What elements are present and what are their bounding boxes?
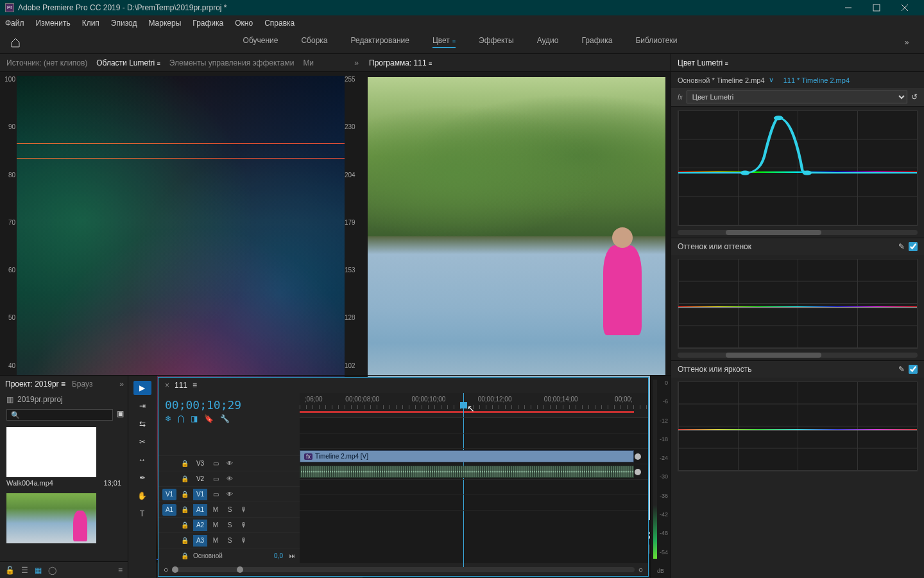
section-toggle-1[interactable]: [909, 242, 918, 251]
list-view-button[interactable]: ☰: [21, 566, 28, 575]
new-bin-icon[interactable]: ▣: [117, 409, 124, 421]
track-v2[interactable]: [300, 433, 648, 448]
workspace-graphics[interactable]: Графика: [582, 36, 613, 48]
track-header-a3[interactable]: 🔒A3MS🎙: [158, 532, 300, 548]
menu-window[interactable]: Окно: [235, 19, 253, 28]
track-header-v1[interactable]: V1🔒V1▭👁: [158, 486, 300, 502]
sequence-menu-icon[interactable]: ≡: [193, 381, 197, 390]
audio-clip[interactable]: [300, 466, 634, 478]
clip-thumbnail[interactable]: [6, 493, 96, 543]
track-a1[interactable]: [300, 464, 648, 479]
tab-lumetri-scopes[interactable]: Области Lumetri ≡: [96, 58, 160, 67]
timeline-timecode[interactable]: 00;00;10;29: [158, 393, 300, 413]
home-button[interactable]: [8, 35, 23, 50]
workspace-assembly[interactable]: Сборка: [301, 36, 327, 48]
clip-out-handle[interactable]: [635, 469, 641, 475]
reset-effect-icon[interactable]: ↺: [911, 92, 918, 101]
source-patch-v1[interactable]: V1: [162, 489, 176, 500]
project-menu-icon[interactable]: ≡: [118, 566, 123, 575]
sequence-name[interactable]: 111: [175, 381, 187, 390]
menu-edit[interactable]: Изменить: [36, 19, 71, 28]
tab-lumetri-color[interactable]: Цвет Lumetri ≡: [678, 58, 728, 67]
menu-file[interactable]: Файл: [5, 19, 24, 28]
tab-source[interactable]: Источник: (нет клипов): [6, 58, 87, 67]
tab-effect-controls[interactable]: Элементы управления эффектами: [169, 58, 295, 67]
lumetri-effect-select[interactable]: Цвет Lumetri: [687, 91, 907, 103]
tabs-expand-button[interactable]: »: [354, 58, 359, 67]
tag-icon[interactable]: 🔖: [204, 414, 214, 423]
razor-tool[interactable]: ✂: [133, 435, 151, 449]
link-icon[interactable]: ⋂: [178, 414, 184, 423]
project-search-input[interactable]: [6, 409, 113, 421]
project-item[interactable]: Walk004a.mp413;01: [6, 427, 121, 487]
section-toggle-2[interactable]: [909, 365, 918, 374]
close-button[interactable]: [891, 0, 919, 15]
zoom-in-handle[interactable]: ○: [638, 565, 643, 574]
freeform-view-button[interactable]: ◯: [48, 566, 56, 575]
workspace-color[interactable]: Цвет≡: [432, 36, 456, 48]
workspace-audio[interactable]: Аудио: [537, 36, 559, 48]
snap-icon[interactable]: ❄: [165, 414, 171, 423]
menu-sequence[interactable]: Эпизод: [111, 19, 137, 28]
track-header-v2[interactable]: 🔒V2▭👁: [158, 471, 300, 486]
zoom-out-handle[interactable]: ○: [164, 565, 168, 574]
selection-tool[interactable]: ▶: [133, 381, 151, 395]
track-header-a1[interactable]: A1🔒A1MS🎙: [158, 502, 300, 517]
track-header-v3[interactable]: 🔒V3▭👁: [158, 455, 300, 471]
track-header-a2[interactable]: 🔒A2MS🎙: [158, 517, 300, 532]
timeline-zoom-bar[interactable]: [172, 567, 635, 572]
track-master[interactable]: [300, 510, 648, 525]
source-patch-a1[interactable]: A1: [162, 504, 176, 516]
minimize-button[interactable]: [834, 0, 862, 15]
workspace-learn[interactable]: Обучение: [243, 36, 278, 48]
fx-badge-icon[interactable]: fx: [678, 94, 683, 101]
tab-extra[interactable]: Ми: [303, 58, 314, 67]
menu-clip[interactable]: Клип: [82, 19, 99, 28]
slip-tool[interactable]: ↔: [133, 453, 151, 467]
menu-markers[interactable]: Маркеры: [148, 19, 181, 28]
eyedropper-icon[interactable]: ✎: [898, 242, 905, 251]
track-header-master[interactable]: 🔒Основной0,0⏭: [158, 548, 300, 563]
track-a2[interactable]: [300, 479, 648, 495]
skip-icon[interactable]: ⏭: [289, 552, 296, 559]
close-sequence-icon[interactable]: ×: [165, 381, 169, 390]
section-hue-vs-luma[interactable]: Оттенок или яркость ✎: [671, 360, 924, 378]
tab-project[interactable]: Проект: 2019pr ≡: [5, 380, 65, 389]
section-hue-vs-hue[interactable]: Оттенок или оттенок ✎: [671, 238, 924, 255]
tab-program[interactable]: Программа: 111 ≡: [369, 58, 432, 67]
audio-meter[interactable]: 0-6-12-18-24-30-36-42-48-54 dB: [650, 376, 671, 578]
track-select-tool[interactable]: ⇥: [133, 399, 151, 413]
wrench-icon[interactable]: 🔧: [220, 414, 230, 423]
track-v3[interactable]: [300, 417, 648, 433]
marker-icon[interactable]: ◨: [191, 414, 198, 423]
project-item[interactable]: [6, 493, 121, 543]
type-tool[interactable]: T: [133, 507, 151, 521]
icon-view-button[interactable]: ▦: [35, 566, 42, 575]
timeline-ruler[interactable]: ;06;00 00;00;08;00 00;00;10;00 00;00;12;…: [300, 393, 648, 417]
pen-tool[interactable]: ✒: [133, 471, 151, 485]
menu-graphics[interactable]: Графика: [193, 19, 223, 28]
maximize-button[interactable]: [862, 0, 891, 15]
track-a3[interactable]: [300, 495, 648, 510]
video-clip[interactable]: fxTimeline 2.mp4 [V]: [300, 450, 634, 462]
hand-tool[interactable]: ✋: [133, 489, 151, 503]
eyedropper-icon-2[interactable]: ✎: [898, 365, 905, 374]
ripple-tool[interactable]: ⇆: [133, 417, 151, 431]
clip-out-handle[interactable]: [635, 453, 641, 460]
curve-hscroll[interactable]: [678, 230, 918, 235]
track-v1[interactable]: fxTimeline 2.mp4 [V]: [300, 448, 648, 464]
clip-thumbnail[interactable]: [6, 427, 96, 477]
tab-browse[interactable]: Брауз: [72, 380, 93, 389]
workspace-editing[interactable]: Редактирование: [351, 36, 409, 48]
curve-hscroll-2[interactable]: [678, 353, 918, 358]
curve-hue-hue[interactable]: [678, 259, 918, 349]
workspace-effects[interactable]: Эффекты: [479, 36, 514, 48]
project-expand-button[interactable]: »: [119, 380, 124, 389]
lumetri-clip-link[interactable]: 111 * Timeline 2.mp4: [783, 76, 850, 84]
workspace-overflow-button[interactable]: »: [897, 38, 916, 47]
curve-hue-sat[interactable]: [678, 110, 918, 226]
menu-help[interactable]: Справка: [264, 19, 295, 28]
workspace-libraries[interactable]: Библиотеки: [635, 36, 677, 48]
curve-hue-luma[interactable]: [678, 381, 918, 471]
project-lock-icon[interactable]: 🔓: [5, 566, 15, 575]
